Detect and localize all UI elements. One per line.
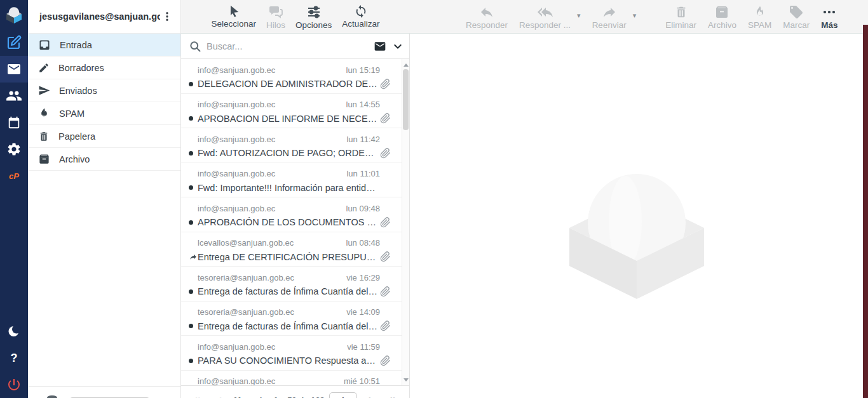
attachment-paperclip-icon [380, 217, 391, 228]
folder-papelera[interactable]: Papelera [28, 125, 180, 148]
first-page-button[interactable]: « [187, 393, 207, 398]
folder-list: Entrada Borradores Enviados [28, 34, 180, 171]
message-row[interactable]: info@sanjuan.gob.ec lun 15:19 DELEGACION… [181, 59, 402, 94]
folder-label: Entrada [60, 40, 92, 50]
message-flag [189, 253, 198, 261]
unread-dot-icon [189, 359, 193, 363]
delete-button[interactable]: Eliminar [665, 0, 696, 30]
search-input[interactable] [207, 41, 367, 51]
message-row[interactable]: tesoreria@sanjuan.gob.ec vie 14:09 Entre… [181, 302, 402, 336]
message-sender: tesoreria@sanjuan.gob.ec [198, 307, 346, 317]
message-sender: info@sanjuan.gob.ec [198, 135, 346, 144]
reply-all-icon [536, 4, 554, 20]
folder-label: Enviados [59, 86, 97, 96]
delete-label: Eliminar [665, 20, 696, 30]
options-button[interactable]: Opciones [295, 0, 332, 30]
refresh-button[interactable]: Actualizar [342, 0, 379, 29]
search-scope-button[interactable] [372, 40, 388, 53]
message-subject: APROBACION DEL INFORME DE NECESIDA... [198, 114, 377, 124]
pencil-icon [38, 62, 50, 74]
folder-archivo[interactable]: Archivo [28, 148, 180, 171]
message-sender: info@sanjuan.gob.ec [198, 204, 346, 213]
prev-page-button[interactable]: ‹ [210, 393, 229, 398]
account-menu-button[interactable] [160, 10, 174, 23]
reply-button[interactable]: Responder [466, 0, 508, 30]
settings-tab[interactable] [0, 136, 28, 163]
reply-icon [478, 4, 495, 20]
calendar-tab[interactable] [0, 109, 28, 136]
message-sender: info@sanjuan.gob.ec [198, 65, 346, 75]
message-row[interactable]: info@sanjuan.gob.ec lun 09:48 APROBACIÓN… [181, 197, 402, 232]
search-options-button[interactable] [393, 41, 403, 51]
compose-button[interactable] [0, 29, 28, 56]
mark-button[interactable]: Marcar [783, 0, 810, 30]
taskbar-spacer [0, 189, 28, 318]
message-row[interactable]: info@sanjuan.gob.ec mié 10:51 [181, 371, 402, 386]
select-button[interactable]: Seleccionar [212, 0, 257, 29]
attachment-wrap [380, 355, 391, 366]
message-flag [189, 151, 198, 156]
logout-button[interactable] [0, 371, 28, 398]
calendar-icon [7, 116, 21, 129]
attachment-paperclip-icon [380, 321, 391, 331]
attachment-wrap [380, 113, 391, 124]
last-page-button[interactable]: » [384, 393, 403, 398]
unread-dot-icon [189, 116, 193, 121]
attachment-paperclip-icon [380, 286, 391, 297]
folder-borradores[interactable]: Borradores [28, 56, 180, 79]
next-page-button[interactable]: › [361, 393, 380, 398]
list-scrollbar[interactable] [402, 59, 409, 385]
reply-all-dropdown-caret[interactable]: ▾ [577, 11, 581, 34]
reply-label: Responder [466, 20, 508, 30]
unread-dot-icon [189, 82, 193, 86]
contacts-tab[interactable] [0, 83, 28, 109]
message-subject: APROBACIÓN DE LOS DOCUMENTOS DE LA... [198, 217, 377, 227]
message-row[interactable]: info@sanjuan.gob.ec lun 14:55 APROBACION… [181, 94, 402, 129]
archive-button[interactable]: Archivo [708, 0, 736, 30]
message-subject: Fwd: Importante!!! Información para enti… [198, 183, 377, 193]
page-number-input[interactable] [329, 392, 357, 398]
reply-all-button[interactable]: Responder ... [519, 0, 571, 30]
message-row[interactable]: info@sanjuan.gob.ec lun 11:01 Fwd: Impor… [181, 163, 402, 198]
scroll-down-arrow[interactable] [402, 375, 409, 384]
settings-gear-icon [6, 142, 22, 157]
threads-button[interactable]: Hilos [266, 0, 285, 30]
message-subject: DELEGACION DE ADMINISTRADOR DE ORD... [198, 79, 377, 89]
chevron-down-icon [393, 41, 403, 51]
roundcube-logo[interactable] [0, 0, 28, 29]
more-label: Más [821, 20, 837, 30]
mark-label: Marcar [783, 20, 810, 30]
more-button[interactable]: Más [821, 0, 837, 30]
cpanel-link[interactable]: cP [0, 163, 28, 189]
folder-enviados[interactable]: Enviados [28, 79, 180, 102]
unread-dot-icon [189, 289, 193, 294]
message-row[interactable]: info@sanjuan.gob.ec vie 11:59 PARA SU CO… [181, 336, 402, 371]
mark-tag-icon [789, 4, 804, 20]
scroll-thumb[interactable] [403, 69, 409, 130]
folder-spam[interactable]: SPAM [28, 102, 180, 125]
spam-flame-icon [753, 4, 767, 20]
kebab-menu-icon [161, 11, 173, 22]
message-date: vie 16:29 [346, 273, 380, 282]
attachment-paperclip-icon [380, 355, 391, 366]
scroll-up-arrow[interactable] [402, 60, 409, 69]
forward-dropdown-caret[interactable]: ▾ [633, 11, 637, 34]
forward-button[interactable]: Reenviar [592, 0, 627, 30]
help-button[interactable]: ? [0, 345, 28, 371]
message-list-panel: info@sanjuan.gob.ec lun 15:19 DELEGACION… [181, 34, 410, 398]
message-subject: Entrega de facturas de Ínfima Cuantía de… [198, 321, 377, 331]
message-row[interactable]: lcevallos@sanjuan.gob.ec lun 08:48 Entre… [181, 232, 402, 267]
message-date: vie 11:59 [347, 342, 380, 352]
message-row[interactable]: tesoreria@sanjuan.gob.ec vie 16:29 Entre… [181, 267, 402, 302]
message-subject: Entrega de facturas de Ínfima Cuantía de… [198, 286, 377, 296]
logout-power-icon [6, 377, 22, 392]
message-list-wrap: info@sanjuan.gob.ec lun 15:19 DELEGACION… [181, 59, 409, 385]
dark-mode-button[interactable] [0, 318, 28, 345]
mail-tab[interactable] [0, 56, 28, 83]
folder-label: Borradores [58, 63, 104, 73]
folder-entrada[interactable]: Entrada [28, 34, 180, 56]
forwarded-icon [189, 253, 198, 261]
spam-button[interactable]: SPAM [748, 0, 771, 30]
inbox-icon [38, 39, 51, 51]
message-row[interactable]: info@sanjuan.gob.ec lun 11:42 Fwd: AUTOR… [181, 128, 402, 163]
